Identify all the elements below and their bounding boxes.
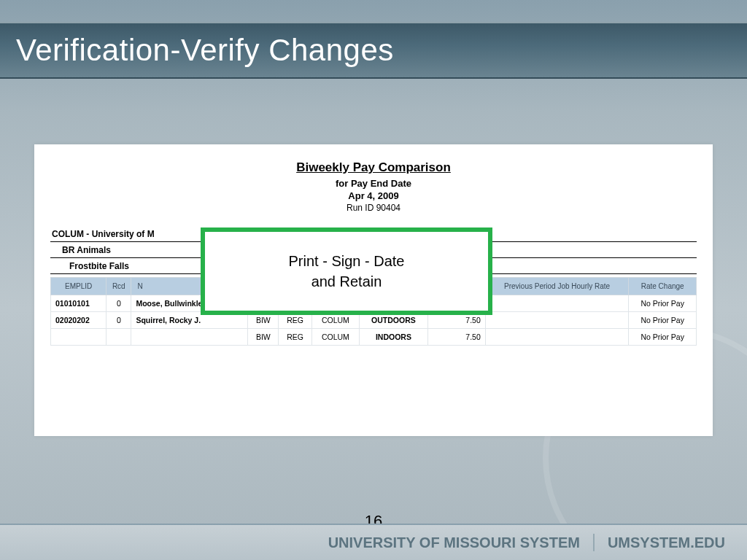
title-band: Verification-Verify Changes (0, 22, 747, 79)
footer-divider (593, 534, 595, 551)
cell-emplid: 02020202 (51, 312, 107, 329)
cell-c4: INDOORS (359, 329, 427, 346)
report-title-block: Biweekly Pay Comparison for Pay End Date… (50, 160, 697, 213)
cell-c1: BIW (248, 329, 279, 346)
cell-name (131, 329, 248, 346)
cell-c3: COLUM (311, 329, 359, 346)
table-row: BIW REG COLUM INDOORS 7.50 No Prior Pay (51, 329, 697, 346)
footer-site: UMSYSTEM.EDU (608, 534, 725, 551)
th-change: Rate Change (629, 278, 697, 295)
th-emplid: EMPLID (51, 278, 107, 295)
report-title: Biweekly Pay Comparison (50, 160, 697, 175)
cell-emplid (51, 329, 107, 346)
report-subtitle-1: for Pay End Date (50, 178, 697, 189)
cell-rcd: 0 (107, 295, 131, 312)
cell-rcd: 0 (107, 312, 131, 329)
cell-prev (485, 329, 629, 346)
slide-title: Verification-Verify Changes (16, 33, 394, 68)
callout-line-1: Print - Sign - Date (289, 251, 405, 271)
cell-c2: REG (279, 329, 312, 346)
cell-prev (485, 312, 629, 329)
cell-prev (485, 295, 629, 312)
callout-line-2: and Retain (311, 271, 382, 292)
callout-box: Print - Sign - Date and Retain (201, 228, 492, 315)
cell-emplid: 01010101 (51, 295, 107, 312)
cell-change: No Prior Pay (629, 329, 697, 346)
th-prev: Previous Period Job Hourly Rate (485, 278, 629, 295)
cell-change: No Prior Pay (629, 312, 697, 329)
cell-rate: 7.50 (427, 329, 485, 346)
footer-band: UNIVERSITY OF MISSOURI SYSTEM UMSYSTEM.E… (0, 524, 747, 560)
cell-rcd (107, 329, 131, 346)
footer-org: UNIVERSITY OF MISSOURI SYSTEM (328, 534, 580, 551)
cell-change: No Prior Pay (629, 295, 697, 312)
th-rcd: Rcd (107, 278, 131, 295)
report-runid: Run ID 90404 (50, 203, 697, 213)
report-subtitle-2: Apr 4, 2009 (50, 190, 697, 201)
